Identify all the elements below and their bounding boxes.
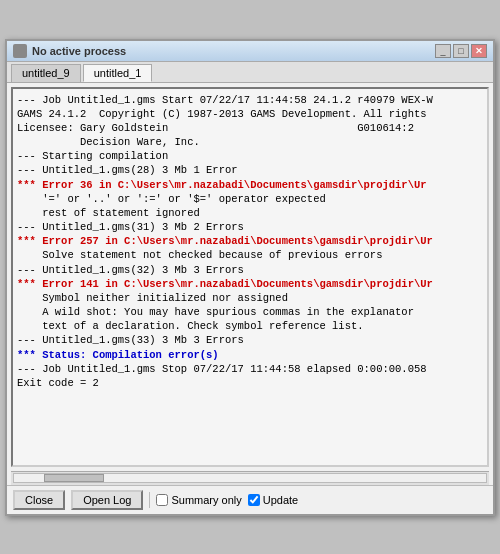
console-line: *** Error 36 in C:\Users\mr.nazabadi\Doc… [17, 179, 427, 191]
console-line: *** Error 141 in C:\Users\mr.nazabadi\Do… [17, 278, 433, 290]
console-line: GAMS 24.1.2 Copyright (C) 1987-2013 GAMS… [17, 108, 427, 120]
tab-untitled1[interactable]: untitled_1 [83, 64, 153, 82]
console-line: --- Untitled_1.gms(32) 3 Mb 3 Errors [17, 264, 244, 276]
separator [149, 492, 150, 508]
tab-bar: untitled_9 untitled_1 [7, 62, 493, 83]
titlebar-controls: _ □ ✕ [435, 44, 487, 58]
summary-only-label: Summary only [171, 494, 241, 506]
titlebar: No active process _ □ ✕ [7, 41, 493, 62]
main-window: No active process _ □ ✕ untitled_9 untit… [5, 39, 495, 516]
app-icon [13, 44, 27, 58]
bottom-bar: Close Open Log Summary only Update [7, 485, 493, 514]
minimize-button[interactable]: _ [435, 44, 451, 58]
summary-only-group: Summary only [156, 494, 241, 506]
console-line: *** Error 257 in C:\Users\mr.nazabadi\Do… [17, 235, 433, 247]
console-line: Exit code = 2 [17, 377, 99, 389]
window-close-button[interactable]: ✕ [471, 44, 487, 58]
console-line: --- Starting compilation [17, 150, 168, 162]
summary-only-checkbox[interactable] [156, 494, 168, 506]
scrollbar-thumb[interactable] [44, 474, 104, 482]
update-group: Update [248, 494, 298, 506]
tab-untitled9[interactable]: untitled_9 [11, 64, 81, 82]
console-line: *** Status: Compilation error(s) [17, 349, 219, 361]
console-line: Symbol neither initialized nor assigned [17, 292, 288, 304]
scrollbar-track [13, 473, 487, 483]
console-line: --- Untitled_1.gms(33) 3 Mb 3 Errors [17, 334, 244, 346]
console-line: rest of statement ignored [17, 207, 200, 219]
update-checkbox[interactable] [248, 494, 260, 506]
console-line: Decision Ware, Inc. [17, 136, 200, 148]
console-line: --- Job Untitled_1.gms Stop 07/22/17 11:… [17, 363, 427, 375]
console-line: --- Job Untitled_1.gms Start 07/22/17 11… [17, 94, 433, 106]
console-line: --- Untitled_1.gms(31) 3 Mb 2 Errors [17, 221, 244, 233]
close-button[interactable]: Close [13, 490, 65, 510]
console-line: text of a declaration. Check symbol refe… [17, 320, 364, 332]
titlebar-title: No active process [32, 45, 126, 57]
horizontal-scrollbar[interactable] [11, 471, 489, 485]
console-content: --- Job Untitled_1.gms Start 07/22/17 11… [13, 89, 487, 465]
maximize-button[interactable]: □ [453, 44, 469, 58]
update-label: Update [263, 494, 298, 506]
console-output-area: --- Job Untitled_1.gms Start 07/22/17 11… [11, 87, 489, 467]
console-line: '=' or '..' or ':=' or '$=' operator exp… [17, 193, 326, 205]
console-line: Licensee: Gary Goldstein G010614:2 [17, 122, 414, 134]
console-line: A wild shot: You may have spurious comma… [17, 306, 414, 318]
console-line: Solve statement not checked because of p… [17, 249, 382, 261]
open-log-button[interactable]: Open Log [71, 490, 143, 510]
console-line: --- Untitled_1.gms(28) 3 Mb 1 Error [17, 164, 238, 176]
titlebar-left: No active process [13, 44, 126, 58]
